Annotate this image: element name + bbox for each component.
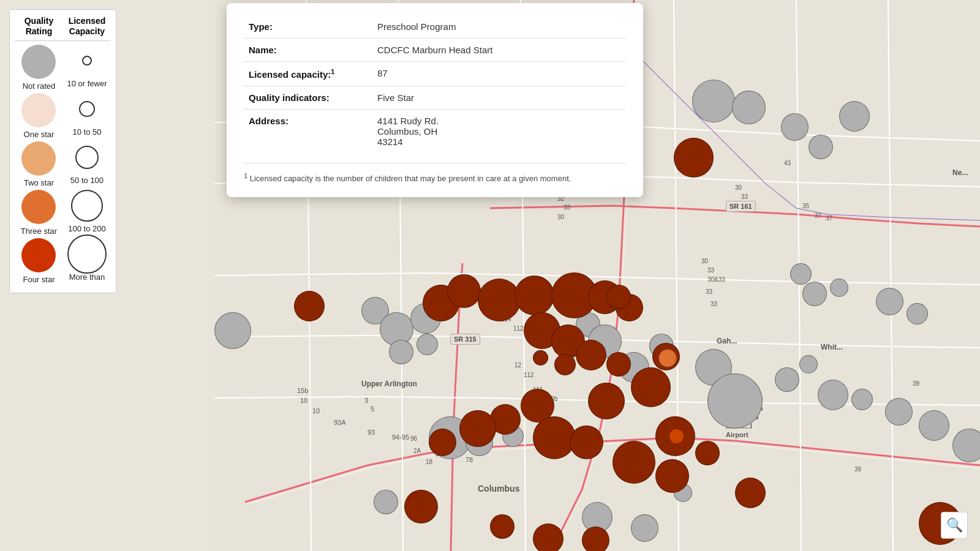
whitehall-label: Whit... — [821, 343, 843, 351]
legend-row-2: One star 10 to 50 — [15, 93, 111, 139]
four-star-label: Four star — [23, 275, 55, 284]
map-dot[interactable] — [570, 425, 603, 459]
legend-row-3: Two star 50 to 100 — [15, 141, 111, 187]
map-dot[interactable] — [781, 113, 809, 141]
map-dot[interactable] — [606, 285, 631, 309]
map-dot[interactable] — [818, 380, 848, 410]
svg-text:112: 112 — [513, 325, 524, 332]
popup-capacity-value: 87 — [372, 62, 626, 86]
legend-row-1: Not rated 10 or fewer — [15, 45, 111, 91]
svg-text:33: 33 — [741, 193, 748, 200]
two-star-circle — [21, 141, 56, 176]
map-dot[interactable] — [695, 441, 720, 465]
map-dot[interactable] — [907, 303, 928, 324]
capacity-more-than-label: More than — [69, 272, 105, 282]
legend-row-5: Four star More than — [15, 238, 111, 284]
sr161-badge: SR 161 — [726, 201, 756, 212]
svg-text:15b: 15b — [297, 387, 308, 394]
map-dot[interactable] — [389, 340, 413, 364]
map-dot[interactable] — [582, 527, 609, 551]
svg-text:12: 12 — [514, 362, 522, 369]
map-dot[interactable] — [732, 91, 766, 124]
map-dot[interactable] — [588, 383, 625, 419]
capacity-circle-100-200 — [71, 190, 103, 222]
popup-name-value: CDCFC Marburn Head Start — [372, 39, 626, 62]
map-dot[interactable] — [775, 367, 799, 392]
map-dot[interactable] — [429, 429, 456, 456]
map-dot[interactable] — [478, 279, 521, 321]
map-dot[interactable] — [374, 490, 398, 514]
svg-text:2A: 2A — [413, 448, 421, 454]
ne-label: Ne... — [952, 168, 968, 177]
map-dot[interactable] — [533, 350, 548, 365]
map-dot[interactable] — [692, 80, 735, 122]
map-dot[interactable] — [631, 367, 671, 407]
map-dot[interactable] — [447, 274, 481, 308]
map-dot[interactable] — [799, 355, 818, 373]
quality-rating-header: Quality Rating — [15, 16, 63, 37]
map-dot[interactable] — [919, 410, 949, 441]
popup-address-value: 4141 Rudy Rd. Columbus, OH 43214 — [372, 110, 626, 154]
svg-text:30: 30 — [557, 214, 565, 220]
map-dot[interactable] — [802, 282, 827, 306]
map-dot[interactable] — [790, 263, 812, 285]
map-dot[interactable] — [885, 398, 913, 425]
capacity-header: Licensed Capacity — [63, 16, 111, 37]
not-rated-circle — [21, 45, 56, 79]
map-dot[interactable] — [809, 135, 833, 159]
map-dot[interactable] — [612, 441, 655, 484]
gahanna-label: Gah... — [717, 337, 737, 345]
map-dot[interactable] — [655, 459, 689, 493]
search-button[interactable]: 🔍 — [941, 512, 968, 539]
capacity-10-50-label: 10 to 50 — [72, 127, 101, 137]
map-dot[interactable] — [669, 429, 684, 444]
map-dot[interactable] — [658, 349, 677, 367]
capacity-more-than: More than — [63, 238, 111, 284]
svg-text:35: 35 — [802, 203, 810, 209]
map-dot[interactable] — [674, 138, 714, 178]
popup-type-label: Type: — [244, 15, 372, 39]
map-dot[interactable] — [490, 514, 514, 539]
map-dot[interactable] — [576, 340, 606, 370]
three-star-circle — [21, 190, 56, 224]
popup-footnote: 1 Licensed capacity is the number of chi… — [244, 163, 626, 185]
svg-text:43: 43 — [784, 160, 791, 167]
upper-arlington-label: Upper Arlington — [361, 380, 417, 388]
map-dot[interactable] — [533, 523, 564, 551]
map-dot[interactable] — [514, 276, 554, 315]
svg-text:33: 33 — [706, 288, 713, 295]
popup-quality-row: Quality indicators: Five Star — [244, 86, 626, 110]
map-dot[interactable] — [876, 288, 903, 315]
svg-text:5: 5 — [371, 405, 374, 413]
quality-three-star: Three star — [15, 190, 63, 236]
popup-address-row: Address: 4141 Rudy Rd. Columbus, OH 4321… — [244, 110, 626, 154]
popup-quality-value: Five Star — [372, 86, 626, 110]
map-dot[interactable] — [404, 490, 438, 523]
svg-text:10: 10 — [300, 397, 307, 404]
map-dot[interactable] — [851, 389, 873, 410]
map-dot[interactable] — [830, 279, 848, 297]
map-dot[interactable] — [839, 101, 870, 132]
svg-text:78: 78 — [466, 456, 473, 463]
capacity-circle-more-than — [67, 234, 107, 274]
capacity-circle-10-50 — [79, 101, 95, 117]
map-dot[interactable] — [606, 352, 631, 377]
capacity-100-200-label: 100 to 200 — [68, 224, 105, 233]
popup-type-value: Preschool Program — [372, 15, 626, 39]
svg-text:33: 33 — [710, 301, 718, 307]
svg-text:30&33: 30&33 — [707, 276, 725, 283]
map-dot[interactable] — [554, 354, 576, 375]
capacity-circle-50-100 — [75, 146, 99, 169]
map-dot[interactable] — [631, 514, 658, 542]
legend-header: Quality Rating Licensed Capacity — [15, 16, 111, 37]
map-dot[interactable] — [533, 416, 576, 459]
map-dot[interactable] — [294, 291, 325, 321]
map-dot[interactable] — [735, 478, 766, 508]
map-dot[interactable] — [417, 334, 438, 355]
search-icon: 🔍 — [946, 517, 963, 533]
svg-text:3: 3 — [364, 397, 368, 404]
map-dot[interactable] — [707, 373, 763, 429]
map-dot[interactable] — [459, 410, 496, 447]
svg-text:37: 37 — [815, 212, 822, 219]
map-dot[interactable] — [214, 312, 251, 349]
